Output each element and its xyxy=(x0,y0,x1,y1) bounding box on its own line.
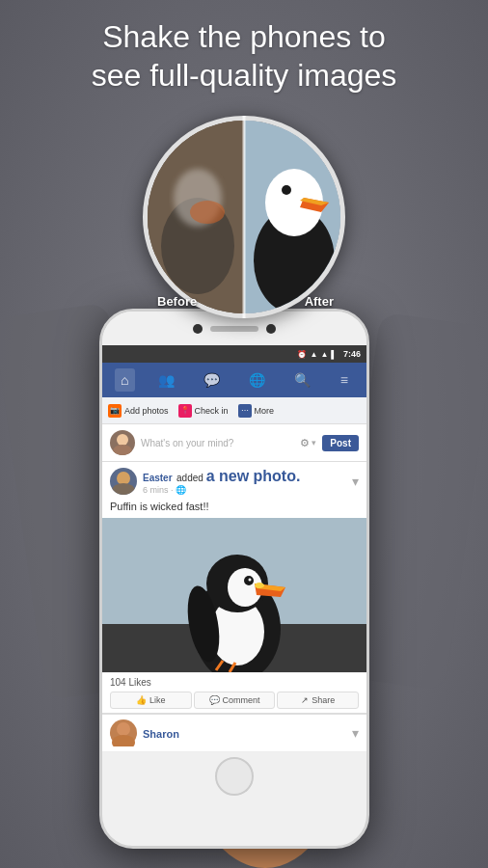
fb-nav-home[interactable]: ⌂ xyxy=(115,368,134,392)
comment-chevron-icon[interactable]: ▾ xyxy=(352,725,359,741)
more-action[interactable]: ⋯ More xyxy=(238,404,275,418)
header-line2: see full-quality images xyxy=(19,56,469,95)
header-text: Shake the phones to see full-quality ima… xyxy=(0,17,488,95)
svg-point-8 xyxy=(282,185,291,195)
composer-avatar xyxy=(110,430,135,455)
svg-point-29 xyxy=(249,579,252,582)
status-time: 7:46 xyxy=(343,349,361,359)
more-icon: ⋯ xyxy=(238,404,252,418)
before-half xyxy=(148,121,244,313)
before-label: Before xyxy=(157,294,197,858)
svg-point-21 xyxy=(112,483,135,495)
more-label: More xyxy=(255,406,275,416)
post-link[interactable]: a new photo. xyxy=(206,468,301,484)
header-line1: Shake the phones to xyxy=(19,17,469,56)
comment-avatar xyxy=(110,719,137,746)
phone-speaker xyxy=(210,326,258,332)
svg-point-36 xyxy=(117,722,130,736)
svg-point-19 xyxy=(113,445,132,455)
circle-divider xyxy=(243,116,246,318)
svg-point-18 xyxy=(117,434,128,446)
svg-point-20 xyxy=(117,472,130,485)
comment-icon: 💬 xyxy=(209,695,220,705)
svg-rect-4 xyxy=(148,121,244,313)
post-chevron-icon[interactable]: ▾ xyxy=(352,474,359,489)
svg-point-37 xyxy=(112,735,135,746)
add-photos-icon: 📷 xyxy=(108,404,122,418)
comment-label: Comment xyxy=(223,695,260,705)
phone-camera-right xyxy=(266,324,276,334)
after-label: After xyxy=(305,294,334,858)
home-button[interactable] xyxy=(215,757,254,796)
post-avatar xyxy=(110,468,137,495)
phone: ⏰ ▲ ▲ ▌ 7:46 ⌂ 👥 💬 🌐 🔍 ≡ 📷 Add photos xyxy=(99,309,389,849)
fb-nav-menu[interactable]: ≡ xyxy=(335,368,354,392)
like-icon: 👍 xyxy=(136,695,147,705)
fb-nav-globe[interactable]: 🌐 xyxy=(243,368,271,392)
check-in-label: Check in xyxy=(195,406,229,416)
fb-nav-messages[interactable]: 💬 xyxy=(198,368,226,392)
svg-point-32 xyxy=(255,583,264,588)
comment-button[interactable]: 💬 Comment xyxy=(194,692,276,709)
after-half xyxy=(244,121,340,313)
